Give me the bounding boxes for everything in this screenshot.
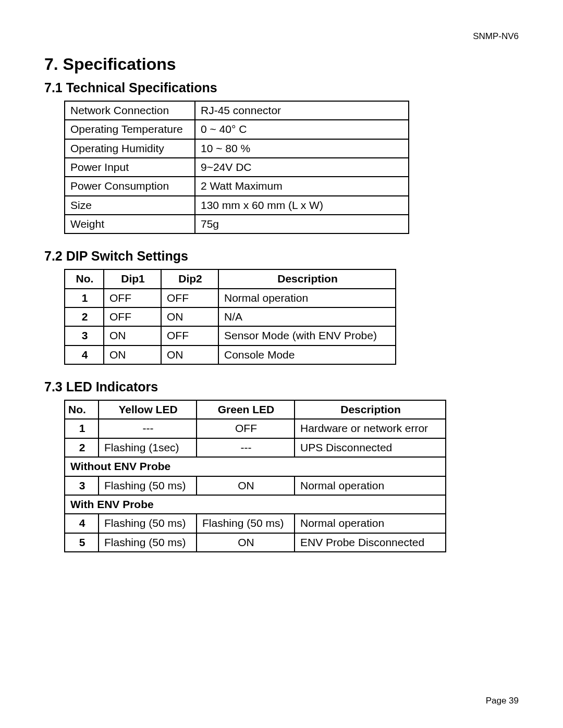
page-number: Page 39: [486, 696, 519, 706]
table-row: 5Flashing (50 ms)ONENV Probe Disconnecte…: [65, 533, 446, 552]
cell-yellow: Flashing (1sec): [99, 438, 197, 457]
cell-dip1: OFF: [104, 307, 161, 326]
section-heading-led: 7.3 LED Indicators: [44, 379, 519, 394]
spec-label: Power Input: [65, 158, 195, 177]
cell-dip1: ON: [104, 346, 161, 364]
cell-desc: Normal operation: [295, 476, 446, 495]
cell-green: ---: [197, 438, 295, 457]
section-label: Without ENV Probe: [65, 457, 446, 476]
cell-green: Flashing (50 ms): [197, 514, 295, 533]
cell-dip2: ON: [161, 346, 218, 364]
table-row: 2OFFONN/A: [65, 307, 396, 326]
col-header-desc: Description: [295, 400, 446, 419]
section-heading-dip: 7.2 DIP Switch Settings: [44, 249, 519, 264]
table-row: 2Flashing (1sec)---UPS Disconnected: [65, 438, 446, 457]
cell-no: 3: [65, 476, 99, 495]
table-row: Power Consumption2 Watt Maximum: [65, 177, 409, 195]
spec-label: Network Connection: [65, 101, 195, 120]
table-row: Weight75g: [65, 215, 409, 233]
cell-no: 2: [65, 307, 104, 326]
spec-value: 2 Watt Maximum: [195, 177, 409, 195]
spec-value: 75g: [195, 215, 409, 233]
cell-no: 1: [65, 289, 104, 307]
col-header-dip2: Dip2: [161, 269, 218, 288]
tech-spec-table: Network ConnectionRJ-45 connector Operat…: [64, 101, 409, 234]
table-row: 3ONOFFSensor Mode (with ENV Probe): [65, 326, 396, 345]
cell-green: OFF: [197, 419, 295, 438]
table-header-row: No. Dip1 Dip2 Description: [65, 269, 396, 288]
cell-dip1: ON: [104, 326, 161, 345]
cell-desc: Console Mode: [218, 346, 396, 364]
table-row: 1OFFOFFNormal operation: [65, 289, 396, 307]
col-header-desc: Description: [218, 269, 396, 288]
cell-desc: Normal operation: [295, 514, 446, 533]
table-section-row: With ENV Probe: [65, 495, 446, 514]
cell-dip2: OFF: [161, 326, 218, 345]
cell-dip2: OFF: [161, 289, 218, 307]
spec-label: Operating Humidity: [65, 139, 195, 158]
table-row: 3Flashing (50 ms)ONNormal operation: [65, 476, 446, 495]
spec-value: 10 ~ 80 %: [195, 139, 409, 158]
cell-desc: N/A: [218, 307, 396, 326]
cell-no: 1: [65, 419, 99, 438]
section-heading-tech: 7.1 Technical Specifications: [44, 80, 519, 95]
spec-value: 9~24V DC: [195, 158, 409, 177]
cell-desc: ENV Probe Disconnected: [295, 533, 446, 552]
spec-value: RJ-45 connector: [195, 101, 409, 120]
cell-dip2: ON: [161, 307, 218, 326]
cell-desc: Hardware or network error: [295, 419, 446, 438]
spec-label: Size: [65, 196, 195, 215]
cell-no: 4: [65, 346, 104, 364]
col-header-green: Green LED: [197, 400, 295, 419]
table-row: 1---OFFHardware or network error: [65, 419, 446, 438]
document-id: SNMP-NV6: [44, 31, 519, 42]
cell-desc: Normal operation: [218, 289, 396, 307]
col-header-dip1: Dip1: [104, 269, 161, 288]
table-section-row: Without ENV Probe: [65, 457, 446, 476]
cell-no: 3: [65, 326, 104, 345]
spec-value: 0 ~ 40° C: [195, 120, 409, 139]
cell-desc: UPS Disconnected: [295, 438, 446, 457]
cell-yellow: ---: [99, 419, 197, 438]
spec-value: 130 mm x 60 mm (L x W): [195, 196, 409, 215]
cell-desc: Sensor Mode (with ENV Probe): [218, 326, 396, 345]
table-row: Size130 mm x 60 mm (L x W): [65, 196, 409, 215]
cell-green: ON: [197, 533, 295, 552]
cell-yellow: Flashing (50 ms): [99, 514, 197, 533]
cell-no: 5: [65, 533, 99, 552]
section-label: With ENV Probe: [65, 495, 446, 514]
cell-yellow: Flashing (50 ms): [99, 476, 197, 495]
led-indicator-table: No. Yellow LED Green LED Description 1--…: [64, 400, 446, 552]
col-header-no: No.: [65, 269, 104, 288]
table-row: Operating Temperature0 ~ 40° C: [65, 120, 409, 139]
table-row: Operating Humidity10 ~ 80 %: [65, 139, 409, 158]
cell-no: 2: [65, 438, 99, 457]
spec-label: Power Consumption: [65, 177, 195, 195]
cell-green: ON: [197, 476, 295, 495]
spec-label: Operating Temperature: [65, 120, 195, 139]
cell-no: 4: [65, 514, 99, 533]
cell-dip1: OFF: [104, 289, 161, 307]
col-header-yellow: Yellow LED: [99, 400, 197, 419]
table-row: 4ONONConsole Mode: [65, 346, 396, 364]
table-row: Network ConnectionRJ-45 connector: [65, 101, 409, 120]
table-row: 4Flashing (50 ms)Flashing (50 ms)Normal …: [65, 514, 446, 533]
table-header-row: No. Yellow LED Green LED Description: [65, 400, 446, 419]
col-header-no: No.: [65, 400, 99, 419]
page-title: 7. Specifications: [44, 55, 519, 74]
spec-label: Weight: [65, 215, 195, 233]
dip-switch-table: No. Dip1 Dip2 Description 1OFFOFFNormal …: [64, 269, 396, 365]
table-row: Power Input9~24V DC: [65, 158, 409, 177]
cell-yellow: Flashing (50 ms): [99, 533, 197, 552]
